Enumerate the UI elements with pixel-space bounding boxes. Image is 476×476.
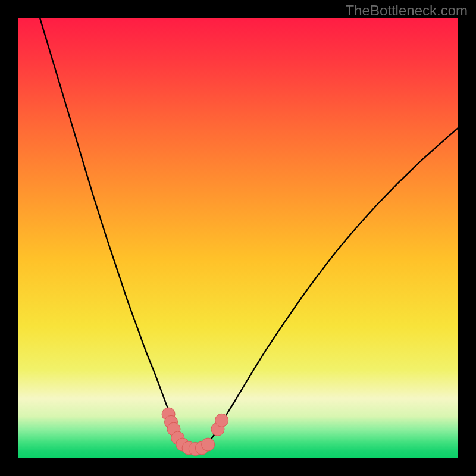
watermark: TheBottleneck.com — [346, 2, 468, 19]
background-gradient — [18, 18, 458, 458]
plot-area — [18, 18, 458, 458]
svg-rect-0 — [18, 18, 458, 458]
chart-frame: TheBottleneck.com — [0, 0, 476, 476]
